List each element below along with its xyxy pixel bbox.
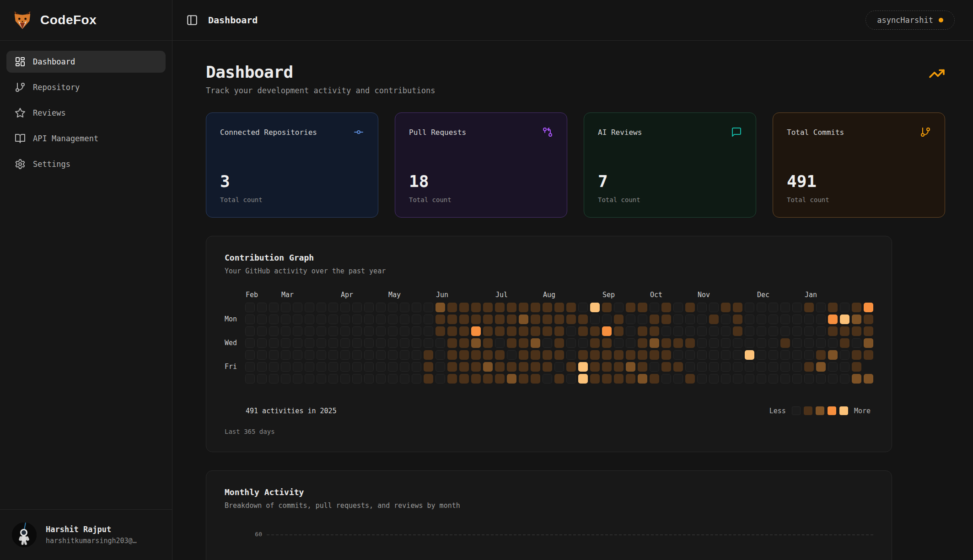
heatmap-cell[interactable] [650, 338, 659, 348]
heatmap-cell[interactable] [459, 338, 469, 348]
heatmap-cell[interactable] [578, 362, 588, 372]
heatmap-cell[interactable] [852, 326, 861, 336]
heatmap-cell[interactable] [828, 338, 838, 348]
heatmap-cell[interactable] [816, 303, 826, 312]
heatmap-cell[interactable] [447, 326, 457, 336]
heatmap-cell[interactable] [673, 362, 683, 372]
heatmap-cell[interactable] [709, 362, 719, 372]
heatmap-cell[interactable] [245, 315, 255, 324]
sidebar-toggle-icon[interactable] [186, 14, 198, 26]
heatmap-cell[interactable] [495, 374, 505, 384]
heatmap-cell[interactable] [305, 338, 314, 348]
heatmap-cell[interactable] [590, 362, 600, 372]
heatmap-cell[interactable] [531, 350, 540, 360]
heatmap-cell[interactable] [626, 315, 635, 324]
heatmap-cell[interactable] [328, 338, 338, 348]
heatmap-cell[interactable] [471, 362, 481, 372]
heatmap-cell[interactable] [340, 326, 350, 336]
heatmap-cell[interactable] [483, 338, 493, 348]
heatmap-cell[interactable] [685, 326, 695, 336]
heatmap-cell[interactable] [328, 315, 338, 324]
heatmap-cell[interactable] [614, 303, 624, 312]
heatmap-cell[interactable] [317, 362, 326, 372]
heatmap-cell[interactable] [352, 350, 362, 360]
heatmap-cell[interactable] [376, 338, 386, 348]
heatmap-cell[interactable] [376, 303, 386, 312]
heatmap-cell[interactable] [435, 374, 445, 384]
heatmap-cell[interactable] [780, 362, 790, 372]
heatmap-cell[interactable] [769, 303, 778, 312]
heatmap-cell[interactable] [435, 326, 445, 336]
heatmap-cell[interactable] [293, 350, 302, 360]
heatmap-cell[interactable] [531, 338, 540, 348]
heatmap-cell[interactable] [828, 350, 838, 360]
heatmap-cell[interactable] [745, 362, 754, 372]
heatmap-cell[interactable] [364, 315, 374, 324]
heatmap-cell[interactable] [721, 303, 731, 312]
heatmap-cell[interactable] [507, 374, 516, 384]
heatmap-cell[interactable] [543, 362, 552, 372]
heatmap-cell[interactable] [733, 350, 742, 360]
heatmap-cell[interactable] [840, 326, 849, 336]
heatmap-cell[interactable] [673, 326, 683, 336]
heatmap-cell[interactable] [305, 315, 314, 324]
heatmap-cell[interactable] [745, 338, 754, 348]
heatmap-cell[interactable] [769, 326, 778, 336]
heatmap-cell[interactable] [269, 303, 279, 312]
heatmap-cell[interactable] [245, 303, 255, 312]
heatmap-cell[interactable] [459, 350, 469, 360]
heatmap-cell[interactable] [317, 326, 326, 336]
heatmap-cell[interactable] [293, 315, 302, 324]
heatmap-cell[interactable] [257, 362, 267, 372]
heatmap-cell[interactable] [471, 338, 481, 348]
heatmap-cell[interactable] [412, 362, 421, 372]
heatmap-cell[interactable] [328, 326, 338, 336]
heatmap-cell[interactable] [352, 338, 362, 348]
heatmap-cell[interactable] [590, 338, 600, 348]
sidebar-item-settings[interactable]: Settings [6, 153, 166, 175]
heatmap-cell[interactable] [340, 315, 350, 324]
heatmap-cell[interactable] [697, 374, 707, 384]
heatmap-cell[interactable] [852, 338, 861, 348]
heatmap-cell[interactable] [483, 303, 493, 312]
heatmap-cell[interactable] [388, 350, 398, 360]
heatmap-cell[interactable] [412, 350, 421, 360]
heatmap-cell[interactable] [638, 350, 647, 360]
heatmap-cell[interactable] [531, 303, 540, 312]
heatmap-cell[interactable] [245, 374, 255, 384]
heatmap-cell[interactable] [281, 338, 290, 348]
heatmap-cell[interactable] [483, 374, 493, 384]
heatmap-cell[interactable] [340, 350, 350, 360]
heatmap-cell[interactable] [852, 362, 861, 372]
heatmap-cell[interactable] [816, 350, 826, 360]
heatmap-cell[interactable] [769, 338, 778, 348]
heatmap-cell[interactable] [352, 303, 362, 312]
heatmap-cell[interactable] [281, 326, 290, 336]
heatmap-cell[interactable] [804, 362, 814, 372]
heatmap-cell[interactable] [804, 374, 814, 384]
heatmap-cell[interactable] [281, 315, 290, 324]
heatmap-cell[interactable] [352, 362, 362, 372]
heatmap-cell[interactable] [578, 350, 588, 360]
heatmap-cell[interactable] [519, 315, 528, 324]
heatmap-cell[interactable] [614, 338, 624, 348]
heatmap-cell[interactable] [578, 326, 588, 336]
heatmap-cell[interactable] [471, 326, 481, 336]
heatmap-cell[interactable] [293, 326, 302, 336]
heatmap-cell[interactable] [780, 374, 790, 384]
heatmap-cell[interactable] [780, 303, 790, 312]
heatmap-cell[interactable] [804, 338, 814, 348]
heatmap-cell[interactable] [626, 326, 635, 336]
heatmap-cell[interactable] [340, 303, 350, 312]
heatmap-cell[interactable] [638, 326, 647, 336]
heatmap-cell[interactable] [578, 315, 588, 324]
heatmap-cell[interactable] [685, 374, 695, 384]
heatmap-cell[interactable] [269, 374, 279, 384]
heatmap-cell[interactable] [543, 338, 552, 348]
heatmap-cell[interactable] [721, 362, 731, 372]
heatmap-cell[interactable] [697, 315, 707, 324]
heatmap-cell[interactable] [745, 326, 754, 336]
heatmap-cell[interactable] [543, 303, 552, 312]
heatmap-cell[interactable] [828, 303, 838, 312]
heatmap-cell[interactable] [792, 315, 802, 324]
